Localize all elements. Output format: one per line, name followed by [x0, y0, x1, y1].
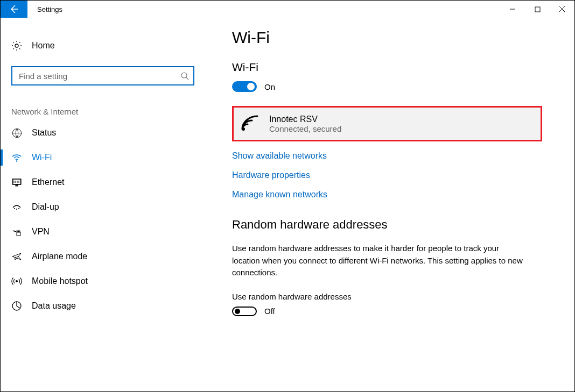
sidebar-home-label: Home: [32, 41, 55, 51]
airplane-icon: [11, 251, 22, 262]
sidebar-item-datausage[interactable]: Data usage: [1, 294, 205, 318]
search-input[interactable]: [18, 71, 180, 81]
page-title: Wi-Fi: [232, 28, 542, 47]
sidebar-item-label: Dial-up: [32, 202, 59, 212]
sidebar-item-label: Mobile hotspot: [32, 276, 88, 286]
sidebar-item-vpn[interactable]: VPN: [1, 219, 205, 244]
sidebar: Home Network & Internet Status Wi-Fi: [1, 18, 205, 391]
arrow-left-icon: [9, 4, 19, 15]
sidebar-item-label: Airplane mode: [32, 252, 87, 261]
sidebar-item-label: Status: [32, 128, 56, 138]
svg-point-15: [242, 127, 245, 131]
svg-rect-0: [535, 7, 540, 12]
hotspot-icon: [11, 276, 22, 287]
window-controls: [500, 1, 574, 18]
link-show-available[interactable]: Show available networks: [232, 151, 542, 161]
link-manage-known[interactable]: Manage known networks: [232, 190, 542, 199]
minimize-icon: [509, 6, 516, 12]
data-usage-icon: [11, 301, 22, 311]
sidebar-item-label: Data usage: [32, 301, 76, 311]
sidebar-item-airplane[interactable]: Airplane mode: [1, 244, 205, 269]
svg-rect-12: [17, 232, 20, 236]
svg-point-11: [18, 208, 19, 209]
sidebar-item-label: Wi-Fi: [32, 153, 52, 162]
sidebar-item-hotspot[interactable]: Mobile hotspot: [1, 269, 205, 294]
network-name: Innotec RSV: [269, 115, 341, 124]
vpn-icon: [11, 226, 22, 237]
svg-point-4: [16, 160, 18, 162]
maximize-icon: [535, 6, 541, 12]
wifi-toggle[interactable]: [232, 81, 257, 92]
random-addresses-description: Use random hardware addresses to make it…: [232, 243, 523, 279]
dialup-icon: [11, 202, 22, 212]
random-addresses-toggle[interactable]: [232, 307, 257, 316]
random-addresses-heading: Random hardware addresses: [232, 218, 542, 232]
search-box[interactable]: [11, 66, 194, 85]
close-button[interactable]: [550, 1, 574, 18]
sidebar-item-ethernet[interactable]: Ethernet: [1, 170, 205, 195]
svg-rect-7: [12, 179, 21, 184]
wifi-icon: [11, 152, 22, 163]
maximize-button[interactable]: [525, 1, 550, 18]
svg-point-10: [16, 209, 17, 210]
random-addresses-toggle-state: Off: [264, 307, 275, 316]
minimize-button[interactable]: [500, 1, 525, 18]
window-title: Settings: [27, 1, 500, 18]
globe-icon: [11, 127, 22, 138]
svg-point-2: [181, 73, 187, 78]
ethernet-icon: [11, 177, 22, 188]
svg-point-13: [16, 280, 18, 282]
search-icon: [180, 72, 189, 80]
link-hardware-properties[interactable]: Hardware properties: [232, 170, 542, 180]
gear-icon: [11, 40, 22, 51]
random-addresses-toggle-label: Use random hardware addresses: [232, 292, 542, 301]
svg-rect-8: [16, 184, 18, 186]
connected-network[interactable]: Innotec RSV Connected, secured: [232, 106, 542, 141]
sidebar-home[interactable]: Home: [1, 35, 205, 56]
wifi-signal-icon: [240, 114, 260, 133]
content-pane: Wi-Fi Wi-Fi On Innotec RSV Connected, se…: [205, 18, 574, 391]
wifi-section-label: Wi-Fi: [232, 61, 542, 74]
sidebar-item-wifi[interactable]: Wi-Fi: [1, 145, 205, 170]
sidebar-item-status[interactable]: Status: [1, 120, 205, 145]
sidebar-category: Network & Internet: [1, 85, 205, 120]
close-icon: [559, 6, 565, 12]
title-bar: Settings: [1, 1, 574, 18]
svg-point-1: [15, 44, 18, 47]
svg-point-9: [14, 208, 15, 209]
back-button[interactable]: [1, 1, 27, 18]
wifi-toggle-state: On: [264, 82, 275, 91]
sidebar-item-label: VPN: [32, 227, 50, 237]
network-status: Connected, secured: [269, 124, 341, 133]
sidebar-item-dialup[interactable]: Dial-up: [1, 195, 205, 219]
sidebar-item-label: Ethernet: [32, 177, 64, 187]
